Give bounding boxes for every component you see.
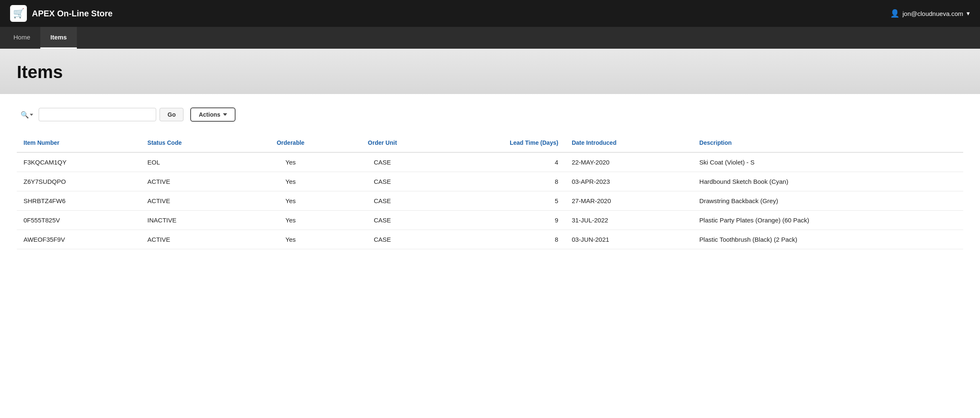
nav-home[interactable]: Home — [3, 27, 40, 49]
cell-order-unit: CASE — [336, 152, 429, 172]
table-body: F3KQCAM1QYEOLYesCASE422-MAY-2020Ski Coat… — [17, 152, 963, 249]
col-header-description[interactable]: Description — [693, 133, 963, 152]
cell-lead-time: 8 — [429, 230, 565, 249]
cell-lead-time: 5 — [429, 191, 565, 211]
app-icon: 🛒 — [10, 5, 27, 22]
search-icon: 🔍 — [21, 111, 29, 119]
cell-order-unit: CASE — [336, 172, 429, 191]
col-header-status-code[interactable]: Status Code — [141, 133, 245, 152]
cell-item-number: AWEOF35F9V — [17, 230, 141, 249]
cell-description: Ski Coat (Violet) - S — [693, 152, 963, 172]
col-header-lead-time[interactable]: Lead Time (Days) — [429, 133, 565, 152]
col-header-item-number[interactable]: Item Number — [17, 133, 141, 152]
actions-chevron-icon — [223, 113, 227, 116]
cell-order-unit: CASE — [336, 191, 429, 211]
cell-lead-time: 9 — [429, 211, 565, 230]
go-button[interactable]: Go — [160, 108, 183, 121]
cell-status-code: ACTIVE — [141, 191, 245, 211]
cell-orderable: Yes — [245, 211, 335, 230]
user-menu[interactable]: 👤 jon@cloudnueva.com ▾ — [890, 9, 970, 18]
cell-lead-time: 4 — [429, 152, 565, 172]
cell-orderable: Yes — [245, 191, 335, 211]
cell-lead-time: 8 — [429, 172, 565, 191]
table-header-row: Item Number Status Code Orderable Order … — [17, 133, 963, 152]
col-header-order-unit[interactable]: Order Unit — [336, 133, 429, 152]
cell-date-introduced: 03-APR-2023 — [565, 172, 693, 191]
cell-status-code: EOL — [141, 152, 245, 172]
nav-bar: Home Items — [0, 27, 980, 49]
table-header: Item Number Status Code Orderable Order … — [17, 133, 963, 152]
cell-orderable: Yes — [245, 152, 335, 172]
cell-description: Hardbound Sketch Book (Cyan) — [693, 172, 963, 191]
search-input[interactable] — [39, 108, 156, 121]
search-icon-button[interactable]: 🔍 — [17, 108, 37, 122]
cell-item-number: Z6Y7SUDQPO — [17, 172, 141, 191]
cell-date-introduced: 03-JUN-2021 — [565, 230, 693, 249]
table-row[interactable]: SHRBTZ4FW6ACTIVEYesCASE527-MAR-2020Draws… — [17, 191, 963, 211]
page-title: Items — [17, 62, 963, 82]
search-container: 🔍 — [17, 108, 156, 122]
app-title: APEX On-Line Store — [32, 9, 113, 18]
col-header-orderable[interactable]: Orderable — [245, 133, 335, 152]
items-table: Item Number Status Code Orderable Order … — [17, 133, 963, 249]
cell-orderable: Yes — [245, 172, 335, 191]
table-row[interactable]: F3KQCAM1QYEOLYesCASE422-MAY-2020Ski Coat… — [17, 152, 963, 172]
user-email: jon@cloudnueva.com — [903, 10, 963, 17]
user-menu-chevron: ▾ — [967, 10, 970, 17]
nav-items[interactable]: Items — [40, 27, 77, 49]
cell-description: Plastic Party Plates (Orange) (60 Pack) — [693, 211, 963, 230]
cell-orderable: Yes — [245, 230, 335, 249]
col-header-date-introduced[interactable]: Date Introduced — [565, 133, 693, 152]
table-row[interactable]: Z6Y7SUDQPOACTIVEYesCASE803-APR-2023Hardb… — [17, 172, 963, 191]
cell-description: Plastic Toothbrush (Black) (2 Pack) — [693, 230, 963, 249]
cell-item-number: F3KQCAM1QY — [17, 152, 141, 172]
cell-description: Drawstring Backback (Grey) — [693, 191, 963, 211]
cell-order-unit: CASE — [336, 230, 429, 249]
cell-item-number: SHRBTZ4FW6 — [17, 191, 141, 211]
user-icon: 👤 — [890, 9, 899, 18]
page-header: Items — [0, 49, 980, 94]
table-row[interactable]: AWEOF35F9VACTIVEYesCASE803-JUN-2021Plast… — [17, 230, 963, 249]
cell-status-code: ACTIVE — [141, 172, 245, 191]
cell-date-introduced: 22-MAY-2020 — [565, 152, 693, 172]
cell-order-unit: CASE — [336, 211, 429, 230]
top-header: 🛒 APEX On-Line Store 👤 jon@cloudnueva.co… — [0, 0, 980, 27]
cell-date-introduced: 27-MAR-2020 — [565, 191, 693, 211]
main-content: 🔍 Go Actions Item Number Status Code Ord… — [0, 94, 980, 418]
actions-button[interactable]: Actions — [190, 107, 235, 122]
toolbar: 🔍 Go Actions — [17, 107, 963, 122]
table-row[interactable]: 0F555T825VINACTIVEYesCASE931-JUL-2022Pla… — [17, 211, 963, 230]
cell-item-number: 0F555T825V — [17, 211, 141, 230]
search-chevron-icon — [30, 114, 33, 116]
app-branding: 🛒 APEX On-Line Store — [10, 5, 113, 22]
cell-status-code: ACTIVE — [141, 230, 245, 249]
cell-date-introduced: 31-JUL-2022 — [565, 211, 693, 230]
cell-status-code: INACTIVE — [141, 211, 245, 230]
